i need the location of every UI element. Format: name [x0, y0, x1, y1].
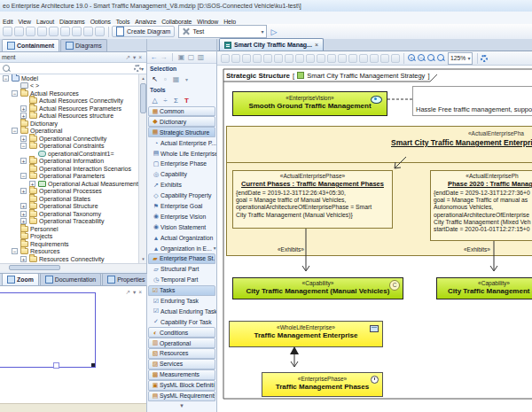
enterprise-vision-node[interactable]: «EnterpriseVision» Smooth Ground Traffic… — [232, 91, 387, 116]
properties-icon[interactable] — [221, 54, 230, 63]
zoom-selection-icon[interactable] — [437, 54, 445, 62]
sysml-block-definitio[interactable]: ▣SysML Block Definitio... — [148, 380, 215, 391]
dropdown-icon[interactable]: ▾ — [261, 28, 263, 35]
scrollbar-thumb[interactable] — [9, 265, 60, 270]
search-input[interactable] — [10, 63, 134, 74]
enterprise-phase[interactable]: ▢Enterprise Phase — [147, 159, 216, 169]
measurements[interactable]: ▩Measurements — [148, 369, 215, 380]
enterprise-goal[interactable]: ⚑Enterprise Goal — [147, 201, 216, 212]
diagram-drawing-area[interactable]: Strategic Structure [ Smart City Traffic… — [217, 66, 532, 412]
close-panel-icon[interactable]: × — [138, 54, 142, 61]
selection[interactable]: Selection — [147, 64, 216, 74]
plugins-icon[interactable] — [37, 27, 47, 36]
zoom-in-icon[interactable]: + — [408, 54, 416, 62]
expander-icon[interactable]: − — [12, 128, 18, 134]
capability-for-task[interactable]: ✓Capability For Task — [147, 316, 216, 327]
sysml-requirements[interactable]: ▤SysML Requirements ... — [148, 391, 215, 401]
operational-taxonomy[interactable]: +Operational Taxonomy — [0, 210, 146, 218]
float-panel-icon[interactable]: ↗ — [125, 289, 129, 296]
current-phases-node[interactable]: «ActualEnterprisePhase» Current Phases :… — [232, 170, 393, 229]
dictionary[interactable]: ◆Dictionary — [148, 116, 215, 127]
whole-life-enterprise-node[interactable]: «WholeLifeEnterprise» Traffic Management… — [229, 321, 383, 347]
pin-panel-icon[interactable]: ▾ — [133, 289, 136, 296]
run-icon[interactable]: ▷ — [270, 27, 277, 36]
resources[interactable]: ▧Resources — [148, 348, 215, 359]
snap-to-grid-icon[interactable] — [370, 54, 379, 63]
dependencies-icon[interactable] — [285, 54, 293, 63]
actual-organization[interactable]: ▲Actual Organization — [147, 232, 216, 243]
zoom[interactable]: Zoom — [2, 273, 39, 285]
expander-icon[interactable]: + — [20, 136, 27, 142]
print-diagram-icon[interactable] — [242, 54, 251, 63]
tree-vertical-scrollbar[interactable]: ▴ ▾ — [138, 74, 146, 263]
float-panel-icon[interactable]: ↗ — [125, 54, 129, 61]
operational-connectivity[interactable]: +Operational Connectivity — [0, 135, 146, 143]
format-painter-icon[interactable] — [83, 27, 93, 36]
tree-horizontal-scrollbar[interactable] — [0, 263, 146, 271]
anchor-icon[interactable] — [151, 97, 159, 105]
diagram-tab[interactable]: Smart City Traffic Manag... × — [219, 38, 324, 51]
properties[interactable]: Properties — [102, 273, 150, 285]
scroll-down-icon[interactable]: ▾ — [139, 255, 147, 263]
diagrams[interactable]: Diagrams — [60, 39, 106, 51]
print-icon[interactable] — [26, 27, 35, 36]
phase-2020-node[interactable]: «ActualEnterprisePh Phase 2020 : Traffic… — [430, 170, 532, 241]
vision-statement-note[interactable]: Hassle Free traffic management, suppo — [412, 86, 532, 116]
expander-icon[interactable]: + — [20, 211, 27, 217]
zoom-fit-icon[interactable] — [427, 54, 435, 62]
undo-icon[interactable] — [60, 27, 70, 36]
resources[interactable]: −Resources — [0, 248, 146, 256]
structural-part[interactable]: ▱Structural Part — [147, 264, 216, 275]
exhibits[interactable]: ↗Exhibits — [147, 180, 216, 190]
strategic-structure[interactable]: ▦Strategic Structure — [148, 127, 215, 137]
expander-icon[interactable]: + — [20, 158, 27, 164]
operational-actual-measurements-xlsx[interactable]: +Operational Actual Measurements (.xlsx) — [0, 180, 146, 188]
text-icon[interactable] — [183, 97, 191, 105]
drawing-tools[interactable]: drawing-tools — [147, 96, 216, 106]
expander-icon[interactable]: + — [20, 105, 27, 112]
expander-icon[interactable]: − — [12, 90, 18, 97]
operational-interaction-scenarios[interactable]: Operational Interaction Scenarios — [0, 165, 146, 173]
organization-in-e[interactable]: ▲Organization in E...▾ — [147, 243, 216, 253]
enterprise-phase-node[interactable]: «EnterprisePhase» Traffic Management Pha… — [262, 372, 383, 397]
operational-parameters[interactable]: −Operational Parameters — [0, 173, 146, 181]
actual-resources-connectivity[interactable]: Actual Resources Connectivity — [0, 97, 146, 105]
operational-processes[interactable]: +Operational Processes — [0, 188, 146, 196]
show-grid-icon[interactable] — [359, 54, 368, 63]
capability-manual-vehicles-node[interactable]: «Capability» City Traffic Management (Ma… — [232, 277, 403, 299]
search-options-dropdown-icon[interactable]: ▾ — [141, 66, 144, 72]
separator-icon[interactable] — [172, 97, 180, 105]
capability[interactable]: ◎Capability — [147, 169, 216, 180]
dropdown-icon[interactable] — [183, 75, 191, 83]
pin-panel-icon[interactable]: ▾ — [133, 54, 136, 61]
forward-icon[interactable] — [160, 53, 168, 61]
zoom-level-combo[interactable]: 125% ▾ — [448, 52, 473, 65]
gear-icon[interactable] — [134, 65, 141, 72]
create-diagram-button[interactable]: Create Diagram — [112, 26, 175, 37]
show-rulers-icon[interactable] — [380, 54, 389, 63]
expander-icon[interactable]: + — [20, 203, 27, 209]
save-diagram-icon[interactable] — [231, 54, 240, 63]
print-image-icon[interactable] — [348, 54, 357, 63]
services[interactable]: ▨Services — [148, 359, 215, 369]
sync-icon[interactable] — [95, 27, 105, 36]
item[interactable]: ▾ — [147, 401, 216, 412]
swimlane-icon[interactable] — [161, 97, 169, 105]
vision-statement[interactable]: ◉Vision Statement — [147, 222, 216, 232]
link-icon[interactable] — [177, 53, 185, 61]
common[interactable]: ▦Common — [148, 106, 215, 117]
refresh-diagram-icon[interactable] — [253, 54, 262, 63]
expander-icon[interactable]: + — [20, 188, 27, 194]
tasks[interactable]: ☑Tasks — [148, 285, 215, 296]
enterprise-vision[interactable]: ◉Enterprise Vision — [147, 211, 216, 222]
direction-icon[interactable] — [274, 54, 283, 63]
save-icon[interactable] — [3, 27, 12, 36]
actual-enterprise-p[interactable]: ◔Actual Enterprise P... — [147, 137, 216, 148]
containment[interactable]: Containment — [2, 39, 59, 51]
back-icon[interactable] — [150, 53, 158, 61]
documentation[interactable]: Documentation — [40, 273, 101, 285]
zoom-viewport-handle[interactable] — [53, 362, 59, 369]
zoom-viewport-rectangle[interactable] — [0, 292, 96, 368]
containment-tree-icon[interactable] — [263, 54, 272, 63]
fit-window-icon[interactable] — [391, 54, 400, 63]
